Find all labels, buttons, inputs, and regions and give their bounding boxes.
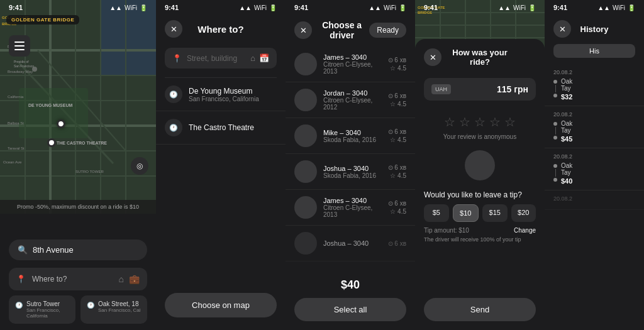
- home-icon[interactable]: ⌂: [119, 274, 124, 284]
- recent-addr-2: San Francisco, Cal: [98, 307, 141, 313]
- driver-avatar-4: [294, 196, 317, 219]
- hamburger-button[interactable]: [9, 35, 30, 57]
- history-screen-title: History: [571, 25, 618, 34]
- tip-btn-15[interactable]: $15: [482, 204, 508, 222]
- driver-info-0: James – 3040 Citroen C-Elysee, 2013: [323, 53, 382, 75]
- driver-avatar-2: [294, 124, 317, 147]
- rating-header: ✕ How was your ride?: [415, 41, 545, 73]
- screen-map: Bay St Broadway Way California Balboa St…: [0, 0, 156, 330]
- history-date-3: 20.08.2: [553, 195, 635, 202]
- route-dot-from-0: [553, 80, 557, 84]
- where-to-row[interactable]: 📍 Where to? ⌂ 💼: [9, 268, 147, 290]
- status-time-1: 9:41: [9, 4, 23, 11]
- history-icon-1: 🕐: [165, 85, 182, 103]
- driver-avatar-0: [294, 53, 317, 75]
- driver-meta-2: ⊙ 6 хв ☆ 4.5: [388, 128, 406, 143]
- recent-item-1[interactable]: 🕐 Sutro Tower San Francisco, California: [9, 295, 75, 324]
- driver-info-4: James – 3040 Citroen C-Elysee, 2013: [323, 197, 382, 218]
- driver-avatar-5: [294, 232, 317, 255]
- search-bar[interactable]: 🔍 8th Avenue: [9, 239, 147, 260]
- promo-banner: Promo -50%, maximum discount on a ride i…: [0, 200, 156, 214]
- tip-buttons: $5 $10 $15 $20: [424, 204, 536, 222]
- choose-on-map-button[interactable]: Choose on map: [165, 293, 277, 317]
- driver-meta-5: ⊙ 6 хв: [388, 240, 406, 247]
- driver-item-4[interactable]: James – 3040 Citroen C-Elysee, 2013 ⊙ 6 …: [286, 190, 415, 226]
- recent-info-1: Sutro Tower San Francisco, California: [26, 300, 69, 319]
- rating-title: How was your ride?: [441, 48, 518, 67]
- driver-price: $40: [294, 278, 406, 292]
- route-dot-to-1: [553, 136, 557, 140]
- location-dot-1: [57, 119, 65, 128]
- driver-item-5[interactable]: Joshua – 3040 ⊙ 6 хв: [286, 226, 415, 261]
- tip-title: Would you like to leave a tip?: [424, 190, 536, 199]
- tip-btn-5[interactable]: $5: [424, 204, 449, 222]
- tip-note: The driver will receive 100% of your tip: [424, 236, 536, 243]
- driver-item-0[interactable]: James – 3040 Citroen C-Elysee, 2013 ⊙ 6 …: [286, 47, 415, 82]
- star-5[interactable]: ☆: [504, 114, 516, 129]
- promo-text: Promo -50%, maximum discount on a ride i…: [17, 204, 139, 210]
- price-card: UAH 115 грн: [424, 78, 536, 101]
- stars-row[interactable]: ☆ ☆ ☆ ☆ ☆: [424, 114, 536, 129]
- send-button[interactable]: Send: [424, 298, 536, 321]
- tip-btn-10[interactable]: $10: [453, 204, 479, 222]
- history-tab[interactable]: His: [553, 44, 635, 58]
- history-entry-1[interactable]: 20.08.2 Oak Tay $45: [545, 106, 644, 148]
- tip-amount-text: Tip amount: $10: [424, 227, 469, 234]
- search-input-row[interactable]: 📍 Street, building ⌂ 📅: [165, 48, 277, 69]
- history-item-1[interactable]: 🕐 De Young Museum San Francisco, Califor…: [156, 78, 286, 111]
- close-button-5[interactable]: ✕: [553, 20, 571, 38]
- clock-icon-2: 🕐: [87, 302, 94, 309]
- route-dot-to-0: [553, 94, 557, 97]
- status-icons-5: ▲▲WiFi🔋: [597, 4, 635, 11]
- search-icon-2: 📍: [172, 54, 182, 63]
- home-icon-2[interactable]: ⌂: [250, 53, 255, 63]
- location-actions: ⌂ 💼: [119, 274, 140, 284]
- history-entry-0[interactable]: 20.08.2 Oak Tay $32: [545, 64, 644, 106]
- tip-btn-20[interactable]: $20: [511, 204, 536, 222]
- recent-item-2[interactable]: 🕐 Oak Street, 18 San Francisco, Cal: [80, 295, 147, 324]
- history-entry-3[interactable]: 20.08.2: [545, 190, 644, 210]
- where-placeholder: Where to?: [32, 275, 113, 283]
- star-1[interactable]: ☆: [444, 114, 455, 129]
- gps-button[interactable]: ◎: [131, 157, 148, 175]
- driver-item-3[interactable]: Joshua – 3040 Skoda Fabia, 2016 ⊙ 6 хв ☆…: [286, 154, 415, 190]
- recent-name-1: Sutro Tower: [26, 300, 69, 307]
- history-route-0: Oak Tay $32: [553, 78, 635, 101]
- route-dot-from-1: [553, 122, 557, 126]
- search-text: 8th Avenue: [33, 245, 74, 255]
- driver-info-5: Joshua – 3040: [323, 239, 382, 247]
- driver-info-1: Jordan – 3040 Citroen C-Elysee, 2012: [323, 89, 382, 111]
- tip-change-button[interactable]: Change: [514, 227, 536, 234]
- close-button-3[interactable]: ✕: [294, 21, 312, 39]
- route-dots-1: [553, 120, 557, 140]
- history-entry-2[interactable]: 20.08.2 Oak Tay $40: [545, 148, 644, 190]
- select-all-button[interactable]: Select all: [294, 298, 406, 321]
- briefcase-icon[interactable]: 💼: [129, 274, 140, 284]
- driver-item-1[interactable]: Jordan – 3040 Citroen C-Elysee, 2012 ⊙ 6…: [286, 82, 415, 118]
- driver-list: James – 3040 Citroen C-Elysee, 2013 ⊙ 6 …: [286, 47, 415, 261]
- history-route-1: Oak Tay $45: [553, 120, 635, 143]
- tip-section: Would you like to leave a tip? $5 $10 $1…: [415, 185, 545, 248]
- close-button-2[interactable]: ✕: [165, 20, 182, 38]
- driver-meta-0: ⊙ 6 хв ☆ 4.5: [388, 57, 406, 72]
- route-dots-2: [553, 162, 557, 182]
- driver-footer: $40 Select all: [286, 272, 415, 330]
- driver-item-2[interactable]: Mike – 3040 Skoda Fabia, 2016 ⊙ 6 хв ☆ 4…: [286, 118, 415, 154]
- history-addr-1: San Francisco, California: [189, 96, 259, 102]
- stars-section: ☆ ☆ ☆ ☆ ☆ Your review is anonymous: [415, 106, 545, 145]
- street-input[interactable]: Street, building: [187, 54, 245, 63]
- status-time-4: 9:41: [424, 4, 438, 11]
- calendar-icon[interactable]: 📅: [259, 53, 269, 63]
- star-3[interactable]: ☆: [474, 114, 486, 129]
- screen-choose-driver: 9:41 ▲▲WiFi🔋 ✕ Choose a driver Ready Jam…: [286, 0, 415, 330]
- star-4[interactable]: ☆: [489, 114, 501, 129]
- close-button-4[interactable]: ✕: [424, 48, 441, 66]
- star-2[interactable]: ☆: [459, 114, 470, 129]
- location-icon: 📍: [16, 275, 26, 283]
- status-icons-3: ▲▲WiFi🔋: [369, 4, 406, 11]
- history-item-2[interactable]: 🕐 The Castro Theatre: [156, 111, 286, 145]
- status-icons-4: ▲▲WiFi🔋: [498, 4, 536, 11]
- recents-row: 🕐 Sutro Tower San Francisco, California …: [9, 295, 147, 324]
- status-time-3: 9:41: [294, 4, 308, 11]
- history-info-1: De Young Museum San Francisco, Californi…: [189, 87, 259, 102]
